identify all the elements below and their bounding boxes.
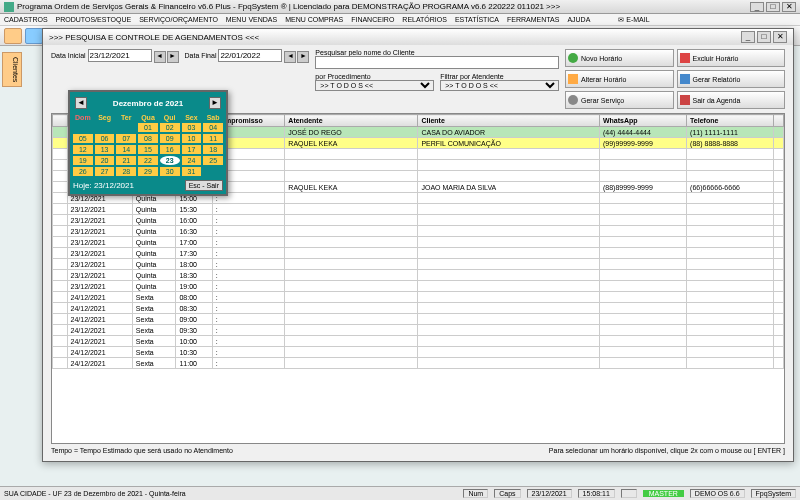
table-row[interactable]: 23/12/2021Quinta17:30: [53, 248, 784, 259]
column-header[interactable]: Cliente [418, 115, 600, 127]
cal-day-header: Sex [182, 114, 202, 121]
cal-day[interactable]: 18 [203, 145, 223, 154]
cal-day[interactable]: 10 [182, 134, 202, 143]
menu-item[interactable]: AJUDA [567, 16, 590, 23]
maximize-button[interactable]: □ [766, 2, 780, 12]
minimize-button[interactable]: _ [750, 2, 764, 12]
toolbar-button[interactable] [25, 28, 43, 44]
menu-item[interactable]: ESTATÍSTICA [455, 16, 499, 23]
dialog-close[interactable]: ✕ [773, 31, 787, 43]
table-row[interactable]: 24/12/2021Sexta08:30: [53, 303, 784, 314]
dialog-maximize[interactable]: □ [757, 31, 771, 43]
cal-day[interactable]: 17 [182, 145, 202, 154]
cal-day[interactable]: 13 [95, 145, 115, 154]
btn-gerar-relatorio[interactable]: Gerar Relatório [677, 70, 786, 88]
select-atendente[interactable]: >> T O D O S << [440, 80, 559, 91]
cal-day[interactable]: 21 [116, 156, 136, 165]
app-titlebar: Programa Ordem de Serviços Gerais & Fina… [0, 0, 800, 14]
table-row[interactable]: 24/12/2021Sexta10:00: [53, 336, 784, 347]
menu-item[interactable]: RELATÓRIOS [402, 16, 447, 23]
column-header[interactable]: Telefone [687, 115, 774, 127]
cal-next[interactable]: ► [209, 97, 221, 109]
cal-day[interactable]: 23 [160, 156, 180, 165]
btn-gerar-servico[interactable]: Gerar Serviço [565, 91, 674, 109]
table-row[interactable]: 23/12/2021Quinta15:30: [53, 204, 784, 215]
input-pesq-cliente[interactable] [315, 56, 559, 69]
table-row[interactable]: 23/12/2021Quinta19:00: [53, 281, 784, 292]
table-row[interactable]: 23/12/2021Quinta18:30: [53, 270, 784, 281]
cal-day[interactable]: 19 [73, 156, 93, 165]
table-row[interactable]: 24/12/2021Sexta08:00: [53, 292, 784, 303]
menu-item[interactable]: PRODUTOS/ESTOQUE [56, 16, 132, 23]
column-header[interactable] [774, 115, 784, 127]
column-header[interactable]: WhatsApp [599, 115, 686, 127]
toolbar-button[interactable] [4, 28, 22, 44]
table-row[interactable]: 24/12/2021Sexta10:30: [53, 347, 784, 358]
cal-day[interactable]: 28 [116, 167, 136, 176]
cal-day[interactable]: 01 [138, 123, 158, 132]
select-procedimento[interactable]: >> T O D O S << [315, 80, 434, 91]
table-row[interactable]: 24/12/2021Sexta11:00: [53, 358, 784, 369]
cal-day[interactable]: 14 [116, 145, 136, 154]
cal-day[interactable]: 25 [203, 156, 223, 165]
statusbar: SUA CIDADE - UF 23 de Dezembro de 2021 -… [0, 486, 800, 500]
cal-day[interactable]: 11 [203, 134, 223, 143]
date-final-prev[interactable]: ◄ [284, 51, 296, 63]
label-filtrar-atend: Filtrar por Atendente [440, 73, 559, 80]
table-row[interactable]: 23/12/2021Quinta17:00: [53, 237, 784, 248]
btn-alterar-horario[interactable]: Alterar Horário [565, 70, 674, 88]
cal-day[interactable]: 06 [95, 134, 115, 143]
status-date: 23/12/2021 [527, 489, 572, 498]
edit-icon [568, 74, 578, 84]
cal-day[interactable]: 05 [73, 134, 93, 143]
sidebar-tab-clientes[interactable]: Clientes [2, 52, 22, 87]
cal-esc[interactable]: Esc - Sair [185, 180, 223, 191]
menu-email[interactable]: ✉ E-MAIL [618, 16, 649, 24]
cal-day[interactable]: 12 [73, 145, 93, 154]
cal-day[interactable]: 27 [95, 167, 115, 176]
btn-excluir-horario[interactable]: Excluir Horário [677, 49, 786, 67]
menu-item[interactable]: MENU VENDAS [226, 16, 277, 23]
status-left: SUA CIDADE - UF 23 de Dezembro de 2021 -… [4, 490, 186, 497]
cal-day[interactable]: 08 [138, 134, 158, 143]
cal-day[interactable]: 16 [160, 145, 180, 154]
btn-novo-horario[interactable]: Novo Horário [565, 49, 674, 67]
input-data-inicial[interactable] [88, 49, 152, 62]
input-data-final[interactable] [218, 49, 282, 62]
table-row[interactable]: 23/12/2021Quinta16:00: [53, 215, 784, 226]
cal-day[interactable]: 04 [203, 123, 223, 132]
menu-item[interactable]: SERVIÇO/ORÇAMENTO [139, 16, 218, 23]
cal-day[interactable]: 31 [182, 167, 202, 176]
menu-item[interactable]: MENU COMPRAS [285, 16, 343, 23]
cal-day[interactable]: 20 [95, 156, 115, 165]
column-header[interactable]: Atendente [285, 115, 418, 127]
footer-right: Para selecionar um horário disponível, c… [549, 447, 785, 454]
menu-item[interactable]: FERRAMENTAS [507, 16, 559, 23]
table-row[interactable]: 24/12/2021Sexta09:00: [53, 314, 784, 325]
dialog-minimize[interactable]: _ [741, 31, 755, 43]
cal-day[interactable]: 24 [182, 156, 202, 165]
menu-item[interactable]: FINANCEIRO [351, 16, 394, 23]
cal-day[interactable]: 03 [182, 123, 202, 132]
cal-day[interactable]: 29 [138, 167, 158, 176]
cal-prev[interactable]: ◄ [75, 97, 87, 109]
cal-day[interactable]: 22 [138, 156, 158, 165]
cal-day[interactable]: 07 [116, 134, 136, 143]
cal-day[interactable]: 26 [73, 167, 93, 176]
cal-day[interactable]: 02 [160, 123, 180, 132]
cal-day[interactable]: 30 [160, 167, 180, 176]
btn-sair-agenda[interactable]: Sair da Agenda [677, 91, 786, 109]
cal-day[interactable]: 09 [160, 134, 180, 143]
label-data-final: Data Final [185, 52, 217, 59]
close-button[interactable]: ✕ [782, 2, 796, 12]
table-row[interactable]: 23/12/2021Quinta18:00: [53, 259, 784, 270]
menu-item[interactable]: CADASTROS [4, 16, 48, 23]
date-prev[interactable]: ◄ [154, 51, 166, 63]
cal-day[interactable]: 15 [138, 145, 158, 154]
table-row[interactable]: 24/12/2021Sexta09:30: [53, 325, 784, 336]
table-row[interactable]: 23/12/2021Quinta16:30: [53, 226, 784, 237]
dialog-titlebar: >>> PESQUISA E CONTROLE DE AGENDAMENTOS … [43, 29, 793, 45]
column-header[interactable] [53, 115, 68, 127]
date-final-next[interactable]: ► [297, 51, 309, 63]
date-next[interactable]: ► [167, 51, 179, 63]
